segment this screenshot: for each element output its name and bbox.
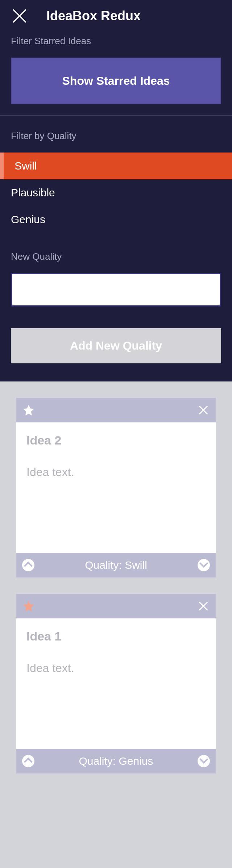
close-icon[interactable] [197, 600, 210, 613]
card-footer: Quality: Swill [16, 553, 216, 577]
card-title[interactable]: Idea 2 [26, 433, 206, 447]
card-header [16, 594, 216, 618]
card-text[interactable]: Idea text. [26, 662, 206, 675]
quality-item[interactable]: Swill [0, 153, 232, 179]
card-quality-label: Quality: Genius [34, 755, 198, 767]
quality-item[interactable]: Genius [0, 206, 232, 233]
new-quality-label: New Quality [11, 251, 221, 262]
card-text[interactable]: Idea text. [26, 466, 206, 479]
filter-quality-label: Filter by Quality [11, 130, 221, 142]
divider [0, 115, 232, 116]
cards-container: Idea 2Idea text.Quality: SwillIdea 1Idea… [0, 381, 232, 790]
chevron-down-icon[interactable] [198, 755, 210, 767]
card-body: Idea 1Idea text. [16, 618, 216, 749]
chevron-down-icon[interactable] [198, 559, 210, 571]
filter-starred-label: Filter Starred Ideas [11, 36, 221, 47]
idea-card: Idea 2Idea text.Quality: Swill [16, 398, 216, 577]
star-icon[interactable] [22, 600, 35, 613]
card-body: Idea 2Idea text. [16, 422, 216, 553]
add-quality-button[interactable]: Add New Quality [11, 328, 221, 363]
close-icon[interactable] [11, 7, 28, 25]
new-quality-input[interactable] [11, 273, 221, 306]
quality-list: SwillPlausibleGenius [0, 153, 232, 233]
chevron-up-icon[interactable] [22, 559, 34, 571]
close-icon[interactable] [197, 404, 210, 417]
app-title: IdeaBox Redux [46, 8, 141, 24]
show-starred-button[interactable]: Show Starred Ideas [11, 58, 221, 104]
card-quality-label: Quality: Swill [34, 559, 198, 571]
quality-item[interactable]: Plausible [0, 179, 232, 206]
card-title[interactable]: Idea 1 [26, 629, 206, 643]
card-header [16, 398, 216, 422]
idea-card: Idea 1Idea text.Quality: Genius [16, 594, 216, 773]
card-footer: Quality: Genius [16, 749, 216, 773]
chevron-up-icon[interactable] [22, 755, 34, 767]
star-icon[interactable] [22, 404, 35, 417]
